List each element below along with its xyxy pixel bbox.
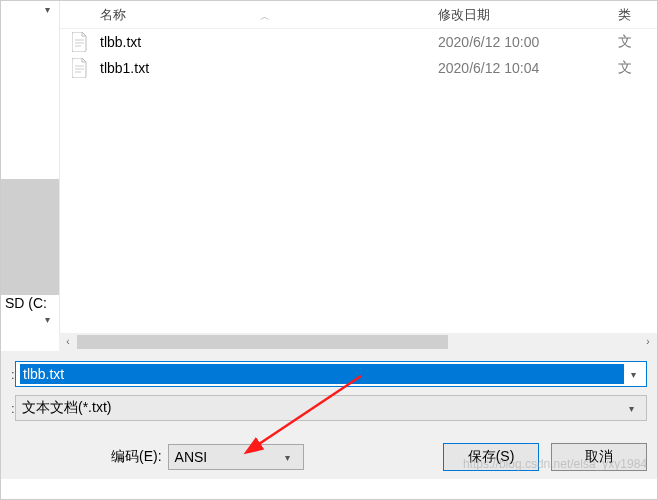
file-type: 文 [618, 59, 657, 77]
scroll-left-button[interactable]: ‹ [59, 333, 77, 351]
file-date: 2020/6/12 10:04 [438, 60, 618, 76]
encoding-combo[interactable]: ANSI ▾ [168, 444, 304, 470]
file-date: 2020/6/12 10:00 [438, 34, 618, 50]
file-name: tlbb.txt [100, 34, 438, 50]
save-button[interactable]: 保存(S) [443, 443, 539, 471]
drive-label[interactable]: SD (C: [1, 295, 59, 311]
file-row[interactable]: tlbb.txt2020/6/12 10:00文 [60, 29, 657, 55]
header-name[interactable]: 名称 ︿ [60, 6, 438, 24]
filetype-value: 文本文档(*.txt) [22, 399, 622, 417]
save-panel: ▾ 文本文档(*.txt) ▾ 编码(E): ANSI ▾ 保存(S) 取消 [1, 351, 657, 479]
column-headers: 名称 ︿ 修改日期 类 [60, 1, 657, 29]
header-type[interactable]: 类 [618, 6, 657, 24]
file-type: 文 [618, 33, 657, 51]
document-icon [60, 32, 100, 52]
file-row[interactable]: tlbb1.txt2020/6/12 10:04文 [60, 55, 657, 81]
filename-input[interactable] [20, 364, 624, 384]
filetype-combo[interactable]: 文本文档(*.txt) ▾ [15, 395, 647, 421]
scroll-right-button[interactable]: › [639, 333, 657, 351]
encoding-label: 编码(E): [111, 448, 162, 466]
encoding-value: ANSI [175, 449, 279, 465]
document-icon [60, 58, 100, 78]
chevron-down-icon[interactable]: ▾ [39, 4, 55, 20]
file-name: tlbb1.txt [100, 60, 438, 76]
chevron-down-icon[interactable]: ▾ [624, 369, 642, 380]
cancel-button[interactable]: 取消 [551, 443, 647, 471]
header-date[interactable]: 修改日期 [438, 6, 618, 24]
hscrollbar[interactable] [77, 333, 639, 351]
filename-combo[interactable]: ▾ [15, 361, 647, 387]
chevron-down-icon[interactable]: ▾ [279, 452, 297, 463]
chevron-down-icon[interactable]: ▾ [39, 314, 55, 330]
chevron-down-icon[interactable]: ▾ [622, 403, 640, 414]
sort-indicator-icon: ︿ [260, 10, 270, 24]
nav-sidebar: ▾ SD (C: ▾ [1, 1, 59, 333]
